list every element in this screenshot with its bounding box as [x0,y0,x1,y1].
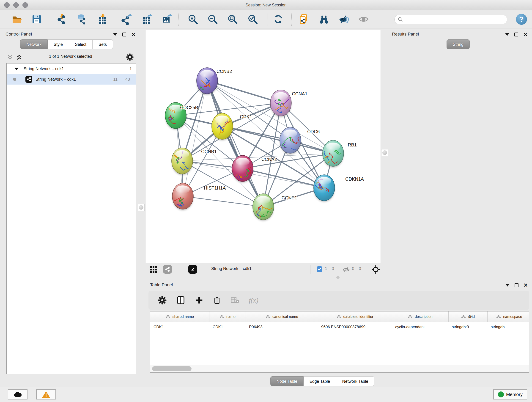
network-tree: String Network – cdk1 1 String Network –… [6,63,136,374]
window-title: Session: New Session [0,0,532,10]
export-image-button[interactable] [160,13,172,25]
edge-ccnb2-hist1h1a[interactable] [183,81,207,196]
control-panel-float-icon[interactable] [113,33,117,36]
network-canvas[interactable]: CCNB2CCNA1CDC25BCDK1CDC6RB1CCNB1CCNA2CDK… [145,30,381,263]
results-panel-close-icon[interactable]: ✕ [523,32,527,36]
warning-icon [42,391,50,398]
refresh-button[interactable] [272,13,284,25]
node-cdkn1a[interactable]: CDKN1A [314,175,364,201]
control-panel-close-icon[interactable]: ✕ [131,32,135,36]
fit-selected-crosshair-icon[interactable] [371,265,380,274]
table-panel-float-icon[interactable] [505,284,510,287]
column-header-canonical-name[interactable]: canonical name [246,312,318,322]
export-network-button[interactable] [120,13,132,25]
network-options-gear-icon[interactable] [126,53,134,61]
column-type-icon [266,315,270,319]
node-label: CCNB2 [216,69,232,74]
memory-button[interactable]: Memory [493,389,527,400]
table-cell[interactable]: CDK1 [150,325,209,329]
tab-string[interactable]: String [447,39,470,49]
table-panel-maximize-icon[interactable] [515,283,519,287]
show-columns-icon[interactable] [176,295,186,305]
horizontal-splitter-handle[interactable] [336,276,340,279]
expand-all-icon[interactable] [16,55,22,61]
column-header-namespace[interactable]: namespace [488,312,529,322]
node-ccna2[interactable]: CCNA2 [232,155,277,182]
zoom-fit-button[interactable] [227,13,239,25]
edge-hist1h1a-ccne1[interactable] [183,196,263,207]
maximize-window-button[interactable] [22,2,28,8]
zoom-in-button[interactable] [187,13,199,25]
toolbar-separator [268,13,268,26]
save-session-button[interactable] [31,13,43,25]
scrollbar-thumb[interactable] [152,366,191,371]
import-table-button[interactable] [97,13,109,25]
control-panel-maximize-icon[interactable] [122,32,126,36]
tab-sets[interactable]: Sets [93,39,113,49]
network-row-selected[interactable]: String Network – cdk1 11 48 [7,74,136,85]
import-network-database-button[interactable] [76,13,88,25]
open-session-button[interactable] [11,13,23,25]
node-rb1[interactable]: RB1 [321,140,357,167]
help-button[interactable]: ? [516,14,527,25]
table-cell[interactable]: cyclin-dependent ... [392,325,449,329]
minimize-window-button[interactable] [13,2,19,8]
table-options-gear-icon[interactable] [158,296,167,305]
table-cell[interactable]: P06493 [246,325,318,329]
toolbar-separator [49,13,49,26]
warnings-button[interactable] [36,389,56,400]
birds-eye-grid-icon[interactable] [150,266,157,273]
column-header-name[interactable]: name [209,312,246,322]
table-cell[interactable]: stringdb [488,325,529,329]
edge-ccnb2-ccna1[interactable] [207,81,281,103]
delete-column-icon[interactable] [213,296,221,305]
results-panel-float-icon[interactable] [505,33,509,36]
string-badge-gray-icon[interactable] [163,265,172,274]
close-window-button[interactable] [4,2,10,8]
left-splitter-handle[interactable] [138,204,145,211]
results-panel: Results Panel ✕ String Expand All Collap… [389,30,532,280]
tab-network[interactable]: Network [20,39,48,49]
column-type-icon [496,315,501,319]
tab-network-table[interactable]: Network Table [336,376,375,386]
export-table-button[interactable] [140,13,152,25]
hide-details-button[interactable] [338,13,350,25]
table-horizontal-scrollbar[interactable] [150,365,529,372]
column-header-database-identifier[interactable]: database identifier [318,312,392,322]
refresh-icon [273,14,284,25]
node-table[interactable]: shared namenamecanonical namedatabase id… [150,311,529,373]
node-ccnb1[interactable]: CCNB1 [171,148,216,175]
tab-select[interactable]: Select [69,39,93,49]
node-ccna1[interactable]: CCNA1 [270,90,307,117]
table-cell[interactable]: CDK1 [209,325,246,329]
column-header-description[interactable]: description [392,312,449,322]
node-hist1h1a[interactable]: HIST1H1A [171,183,226,210]
open-in-window-icon[interactable] [188,265,197,274]
table-panel-close-icon[interactable]: ✕ [524,283,528,287]
table-cell[interactable]: stringdb:9... [449,325,488,329]
column-header-id[interactable]: @id [449,312,488,322]
cloud-button[interactable] [8,389,27,400]
zoom-selected-button[interactable] [247,13,259,25]
collapse-all-icon[interactable] [7,55,13,61]
selected-counts: 1 – 0 [325,266,334,271]
selected-checkbox-icon[interactable] [317,266,322,272]
tab-style[interactable]: Style [48,39,69,49]
copy-network-button[interactable] [298,13,310,25]
show-details-button[interactable] [358,13,370,25]
table-cell[interactable]: 9606.ENSP00000378699 [318,325,392,329]
right-splitter-handle[interactable] [381,149,388,156]
network-collection-row[interactable]: String Network – cdk1 1 [7,64,136,74]
tab-edge-table[interactable]: Edge Table [304,376,336,386]
node-ccnb2[interactable]: CCNB2 [195,68,232,95]
results-panel-maximize-icon[interactable] [514,32,518,36]
toolbar-separator [114,13,114,26]
tree-expand-icon[interactable] [14,68,19,70]
import-network-file-button[interactable] [56,13,68,25]
create-column-icon[interactable] [195,296,203,305]
search-input[interactable] [403,17,499,22]
column-header-shared-name[interactable]: shared name [150,312,209,322]
tab-node-table[interactable]: Node Table [270,376,304,386]
binoculars-button[interactable] [318,13,330,25]
zoom-out-button[interactable] [207,13,219,25]
